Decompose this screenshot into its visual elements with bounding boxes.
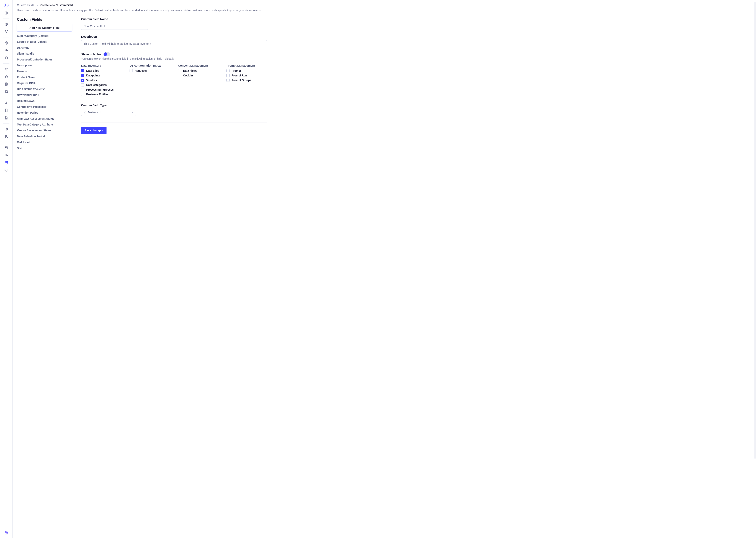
checkbox[interactable] (81, 88, 84, 91)
custom-field-list-item[interactable]: Permits (17, 70, 72, 73)
checkbox[interactable] (226, 69, 230, 72)
custom-fields-panel: Custom Fields Add New Custom Field Super… (17, 17, 72, 150)
checkbox[interactable] (81, 74, 84, 77)
table-checkbox-row[interactable]: Processing Purposes (81, 88, 122, 91)
table-checkbox-row[interactable]: Requests (129, 69, 170, 72)
checkbox-label: Prompt Groups (231, 79, 251, 82)
nav-id-card[interactable] (2, 88, 10, 95)
nav-database[interactable] (2, 81, 10, 88)
table-column-title: Prompt Management (226, 64, 267, 67)
label-description: Description (81, 35, 267, 38)
table-checkbox-row[interactable]: Prompt Groups (226, 79, 267, 82)
checkbox-label: Datapoints (86, 74, 100, 77)
nav-bolt[interactable] (2, 10, 10, 17)
svg-point-1 (4, 3, 8, 7)
checkbox[interactable] (226, 79, 230, 82)
svg-point-6 (6, 32, 7, 33)
breadcrumb-root[interactable]: Custom Fields (17, 4, 34, 7)
checkbox-label: Vendors (86, 79, 97, 82)
save-changes-button[interactable]: Save changes (81, 127, 107, 134)
checkbox[interactable] (178, 69, 181, 72)
nav-list-plus[interactable] (2, 133, 10, 140)
custom-field-list-item[interactable]: Controller v. Processor (17, 105, 72, 108)
custom-field-list-item[interactable]: Description (17, 64, 72, 67)
custom-field-list-item[interactable]: Source of Data (Default) (17, 40, 72, 43)
custom-field-list-item[interactable]: Requires DPIA (17, 81, 72, 85)
checkbox-label: Prompt (231, 69, 241, 72)
breadcrumb: Custom Fields › Create New Custom Field (17, 4, 267, 7)
svg-rect-2 (5, 12, 8, 14)
checkbox[interactable] (81, 79, 84, 82)
svg-point-4 (5, 30, 6, 31)
table-checkbox-row[interactable]: Prompt (226, 69, 267, 72)
table-checkbox-row[interactable]: Vendors (81, 79, 122, 82)
custom-field-list-item[interactable]: Test Data Category Attribute (17, 123, 72, 126)
lock-icon (84, 111, 86, 114)
table-checkbox-row[interactable]: Data Flows (178, 69, 218, 72)
custom-field-list-item[interactable]: DSR Note (17, 46, 72, 49)
table-column: DSR Automation InboxRequests (129, 64, 170, 97)
nav-search-doc[interactable] (2, 99, 10, 106)
svg-point-12 (5, 91, 6, 92)
label-custom-field-type: Custom Field Type (81, 103, 267, 107)
custom-field-list-item[interactable]: Product Name (17, 76, 72, 79)
add-new-custom-field-button[interactable]: Add New Custom Field (17, 24, 72, 31)
custom-field-list-item[interactable]: Risk Level (17, 141, 72, 144)
nav-cubes[interactable] (2, 47, 10, 54)
custom-field-list-item[interactable]: client_handle (17, 52, 72, 55)
nav-file-search[interactable] (2, 107, 10, 114)
input-description[interactable] (81, 40, 267, 47)
nav-gift[interactable] (2, 529, 10, 536)
custom-field-form: Custom Field Name Description Show in ta… (81, 17, 267, 150)
custom-field-list-item[interactable]: Retention Period (17, 111, 72, 114)
custom-fields-list: Super Category (Default)Source of Data (… (17, 34, 72, 150)
table-checkbox-row[interactable]: Data Silos (81, 69, 122, 72)
table-checkbox-row[interactable]: Datapoints (81, 74, 122, 77)
custom-field-list-item[interactable]: Related LAws (17, 99, 72, 102)
custom-field-list-item[interactable]: AI Impact Assessment Status (17, 117, 72, 120)
table-checkbox-row[interactable]: Cookies (178, 74, 218, 77)
checkbox[interactable] (129, 69, 133, 72)
nav-cube[interactable] (2, 39, 10, 46)
svg-point-8 (5, 68, 6, 69)
select-custom-field-type[interactable]: Multiselect (81, 109, 136, 116)
nav-globe[interactable] (2, 21, 10, 28)
custom-field-list-item[interactable]: Data Retention Period (17, 135, 72, 138)
svg-rect-24 (6, 161, 8, 163)
checkbox-label: Processing Purposes (86, 88, 114, 91)
nav-users[interactable] (2, 66, 10, 73)
custom-field-list-item[interactable]: Processor/Controller Status (17, 58, 72, 61)
input-custom-field-name[interactable] (81, 23, 148, 30)
custom-field-list-item[interactable]: DPIA Status tracker v1 (17, 87, 72, 91)
table-checkbox-row[interactable]: Data Categories (81, 83, 122, 86)
checkbox[interactable] (81, 69, 84, 72)
nav-web[interactable] (2, 54, 10, 62)
custom-field-list-item[interactable]: New Vendor DPIA (17, 93, 72, 96)
toggle-show-in-tables[interactable] (104, 52, 110, 56)
checkbox[interactable] (81, 83, 84, 86)
checkbox[interactable] (226, 74, 230, 77)
type-value: Multiselect (88, 111, 101, 114)
checkbox-label: Data Categories (86, 83, 107, 86)
svg-rect-25 (5, 163, 6, 164)
svg-point-10 (5, 83, 8, 84)
svg-point-9 (7, 68, 7, 69)
nav-thumbs-up[interactable] (2, 73, 10, 80)
table-checkbox-row[interactable]: Business Entities (81, 93, 122, 96)
checkbox-label: Prompt Run (231, 74, 247, 77)
nav-nodes[interactable] (2, 28, 10, 35)
table-checkbox-row[interactable]: Prompt Run (226, 74, 267, 77)
table-column-title: Consent Management (178, 64, 218, 67)
custom-field-list-item[interactable]: Site (17, 146, 72, 150)
nav-eye-off[interactable] (2, 152, 10, 159)
nav-file-gear[interactable] (2, 114, 10, 121)
checkbox[interactable] (178, 74, 181, 77)
custom-field-list-item[interactable]: Vendor Assessment Status (17, 129, 72, 132)
nav-code-screen[interactable] (2, 167, 10, 174)
nav-compass[interactable] (2, 126, 10, 133)
nav-grid-edit[interactable] (2, 159, 10, 166)
checkbox[interactable] (81, 93, 84, 96)
custom-field-list-item[interactable]: Super Category (Default) (17, 34, 72, 37)
nav-sliders[interactable] (2, 144, 10, 151)
main-content: Custom Fields › Create New Custom Field … (13, 0, 272, 538)
